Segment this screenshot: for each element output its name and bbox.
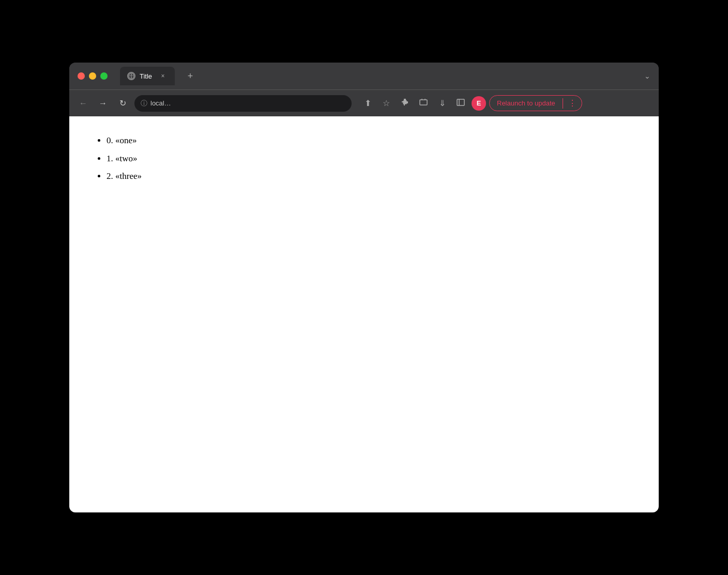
browser-tab[interactable]: Title × xyxy=(120,67,175,85)
relaunch-group: Relaunch to update ⋮ xyxy=(489,95,582,111)
address-bar[interactable]: ⓘ local… xyxy=(134,95,352,112)
relaunch-button[interactable]: Relaunch to update xyxy=(490,97,563,110)
maximize-button[interactable] xyxy=(100,72,108,80)
globe-icon xyxy=(127,72,135,80)
relaunch-more-button[interactable]: ⋮ xyxy=(563,96,582,111)
tab-title: Title xyxy=(140,72,152,80)
star-icon: ☆ xyxy=(383,98,390,108)
list-item: 0. «one» xyxy=(107,133,634,149)
new-tab-button[interactable]: + xyxy=(183,69,198,83)
list-item: 1. «two» xyxy=(107,151,634,167)
puzzle-icon xyxy=(400,98,410,109)
reload-icon: ↻ xyxy=(119,98,126,108)
media-button[interactable] xyxy=(416,96,431,111)
browser-window: Title × + ⌄ ← → ↻ ⓘ local… ⬆ ☆ xyxy=(69,63,659,512)
back-button[interactable]: ← xyxy=(75,96,91,111)
page-list: 0. «one»1. «two»2. «three» xyxy=(94,133,634,185)
url-text: local… xyxy=(150,99,171,107)
share-icon: ⬆ xyxy=(365,98,371,108)
title-bar: Title × + ⌄ xyxy=(69,63,659,89)
nav-bar: ← → ↻ ⓘ local… ⬆ ☆ xyxy=(69,89,659,116)
download-icon: ⇓ xyxy=(439,98,446,108)
list-item: 2. «three» xyxy=(107,169,634,185)
tab-chevron-icon[interactable]: ⌄ xyxy=(644,72,650,80)
back-icon: ← xyxy=(79,99,87,108)
tab-close-button[interactable]: × xyxy=(158,71,168,81)
reload-button[interactable]: ↻ xyxy=(115,96,130,111)
extensions-button[interactable] xyxy=(397,96,413,111)
minimize-button[interactable] xyxy=(89,72,96,80)
nav-right-icons: ⬆ ☆ ⇓ xyxy=(360,95,582,111)
media-icon xyxy=(419,98,428,109)
bookmark-button[interactable]: ☆ xyxy=(378,96,394,111)
svg-rect-2 xyxy=(457,99,464,105)
sidebar-button[interactable] xyxy=(453,96,468,111)
forward-button[interactable]: → xyxy=(95,96,111,111)
sidebar-icon xyxy=(456,98,465,109)
download-button[interactable]: ⇓ xyxy=(434,96,450,111)
profile-button[interactable]: E xyxy=(472,96,486,111)
forward-icon: → xyxy=(99,99,107,108)
svg-rect-1 xyxy=(420,100,427,105)
close-button[interactable] xyxy=(78,72,85,80)
share-button[interactable]: ⬆ xyxy=(360,96,375,111)
page-content: 0. «one»1. «two»2. «three» xyxy=(69,116,659,512)
traffic-lights xyxy=(78,72,108,80)
info-icon: ⓘ xyxy=(141,99,147,108)
